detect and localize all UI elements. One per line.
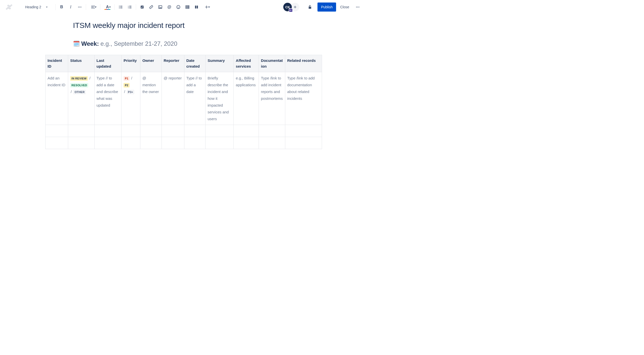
chevron-down-icon bbox=[207, 5, 212, 10]
cell-empty[interactable] bbox=[68, 137, 94, 149]
priority-badge-p2[interactable]: P2 bbox=[124, 83, 130, 87]
col-related[interactable]: Related records bbox=[285, 55, 322, 72]
table-row[interactable] bbox=[46, 125, 322, 137]
image-icon bbox=[158, 5, 163, 10]
col-reporter[interactable]: Reporter bbox=[162, 55, 184, 72]
cell-empty[interactable] bbox=[46, 125, 68, 137]
cell-documentation[interactable]: Type /link to add incident reports and p… bbox=[259, 72, 285, 125]
cell-empty[interactable] bbox=[184, 125, 206, 137]
cell-related[interactable]: Type /link to add documentation about re… bbox=[285, 72, 322, 125]
page-content: ITSM weekly major incident report 🗓️ Wee… bbox=[0, 14, 367, 149]
svg-point-3 bbox=[119, 6, 120, 7]
emoji-button[interactable] bbox=[174, 3, 182, 11]
cell-empty[interactable] bbox=[234, 137, 259, 149]
numbered-list-button[interactable]: 123 bbox=[126, 3, 134, 11]
incident-table[interactable]: Incident ID Status Last updated Priority… bbox=[45, 55, 322, 149]
cell-empty[interactable] bbox=[46, 137, 68, 149]
cell-empty[interactable] bbox=[94, 137, 122, 149]
status-badge-resolved[interactable]: RESOLVED bbox=[70, 83, 88, 87]
bullet-list-button[interactable] bbox=[117, 3, 125, 11]
cell-empty[interactable] bbox=[122, 125, 140, 137]
cell-empty[interactable] bbox=[140, 137, 162, 149]
italic-button[interactable]: I bbox=[67, 3, 75, 11]
page-more-button[interactable] bbox=[353, 3, 362, 12]
col-incident-id[interactable]: Incident ID bbox=[46, 55, 68, 72]
restrictions-button[interactable] bbox=[305, 3, 314, 12]
cell-reporter[interactable]: @ reporter bbox=[162, 72, 184, 125]
mention-button[interactable]: @ bbox=[165, 3, 173, 11]
col-summary[interactable]: Summary bbox=[206, 55, 234, 72]
col-last-updated[interactable]: Last updated bbox=[94, 55, 122, 72]
cell-summary[interactable]: Briefly describe the incident and how it… bbox=[206, 72, 234, 125]
col-date-created[interactable]: Date created bbox=[184, 55, 206, 72]
table-button[interactable] bbox=[183, 3, 191, 11]
text-style-label: Heading 2 bbox=[25, 5, 41, 9]
cell-empty[interactable] bbox=[206, 137, 234, 149]
cell-empty[interactable] bbox=[184, 137, 206, 149]
action-item-button[interactable] bbox=[138, 3, 146, 11]
svg-point-14 bbox=[179, 7, 179, 7]
layout-icon bbox=[194, 5, 199, 10]
cell-affected[interactable]: e.g., Billing applications bbox=[234, 72, 259, 125]
col-owner[interactable]: Owner bbox=[140, 55, 162, 72]
table-row[interactable] bbox=[46, 137, 322, 149]
cell-incident-id[interactable]: Add an incident ID bbox=[46, 72, 68, 125]
cell-empty[interactable] bbox=[162, 125, 184, 137]
alignment-dropdown[interactable] bbox=[88, 3, 98, 11]
toolbar-divider bbox=[136, 4, 136, 10]
text-color-dropdown[interactable]: A bbox=[102, 3, 112, 11]
bold-button[interactable]: B bbox=[58, 3, 66, 11]
avatar-badge: C bbox=[289, 8, 293, 12]
cell-empty[interactable] bbox=[206, 125, 234, 137]
image-button[interactable] bbox=[156, 3, 164, 11]
chevron-down-icon bbox=[93, 5, 98, 10]
svg-point-5 bbox=[119, 8, 120, 9]
week-placeholder: e.g., September 21-27, 2020 bbox=[100, 40, 177, 47]
cell-empty[interactable] bbox=[285, 137, 322, 149]
insert-dropdown[interactable] bbox=[202, 3, 212, 11]
chevron-down-icon bbox=[45, 5, 49, 9]
page-title[interactable]: ITSM weekly major incident report bbox=[73, 21, 322, 30]
cell-empty[interactable] bbox=[259, 125, 285, 137]
svg-point-20 bbox=[359, 7, 359, 8]
cell-empty[interactable] bbox=[162, 137, 184, 149]
confluence-logo-icon bbox=[5, 3, 13, 11]
svg-point-13 bbox=[178, 7, 178, 7]
numbered-list-icon: 123 bbox=[127, 5, 132, 10]
cell-empty[interactable] bbox=[94, 125, 122, 137]
cell-date-created[interactable]: Type // to add a date bbox=[184, 72, 206, 125]
table-row[interactable]: Add an incident ID IN REVIEW / RESOLVED … bbox=[46, 72, 322, 125]
chevron-down-icon bbox=[107, 5, 112, 10]
status-badge-in-review[interactable]: IN REVIEW bbox=[70, 76, 88, 81]
col-status[interactable]: Status bbox=[68, 55, 94, 72]
cell-empty[interactable] bbox=[285, 125, 322, 137]
close-button[interactable]: Close bbox=[337, 3, 352, 12]
priority-badge-p3[interactable]: P3+ bbox=[127, 90, 135, 94]
cell-empty[interactable] bbox=[259, 137, 285, 149]
cell-last-updated[interactable]: Type // to add a date and describe what … bbox=[94, 72, 122, 125]
cell-empty[interactable] bbox=[68, 125, 94, 137]
col-priority[interactable]: Priority bbox=[122, 55, 140, 72]
more-formatting-button[interactable] bbox=[76, 3, 84, 11]
svg-point-12 bbox=[177, 5, 180, 9]
text-style-dropdown[interactable]: Heading 2 bbox=[23, 3, 53, 11]
col-documentation[interactable]: Documentation bbox=[259, 55, 285, 72]
col-affected[interactable]: Affected services bbox=[234, 55, 259, 72]
week-heading[interactable]: 🗓️ Week: e.g., September 21-27, 2020 bbox=[73, 40, 322, 47]
toolbar-divider bbox=[114, 4, 115, 10]
layout-button[interactable] bbox=[192, 3, 200, 11]
dots-horizontal-icon bbox=[77, 5, 82, 10]
cell-status[interactable]: IN REVIEW / RESOLVED / OTHER bbox=[68, 72, 94, 125]
cell-empty[interactable] bbox=[140, 125, 162, 137]
emoji-icon bbox=[176, 5, 181, 10]
cell-empty[interactable] bbox=[122, 137, 140, 149]
cell-priority[interactable]: P1 / P2 / P3+ bbox=[122, 72, 140, 125]
cell-empty[interactable] bbox=[234, 125, 259, 137]
status-badge-other[interactable]: OTHER bbox=[73, 90, 86, 94]
cell-owner[interactable]: @ mention the owner bbox=[140, 72, 162, 125]
avatar[interactable]: CK C bbox=[283, 3, 292, 11]
publish-button[interactable]: Publish bbox=[317, 3, 336, 12]
priority-badge-p1[interactable]: P1 bbox=[124, 76, 130, 81]
svg-point-19 bbox=[357, 7, 358, 8]
link-button[interactable] bbox=[147, 3, 155, 11]
